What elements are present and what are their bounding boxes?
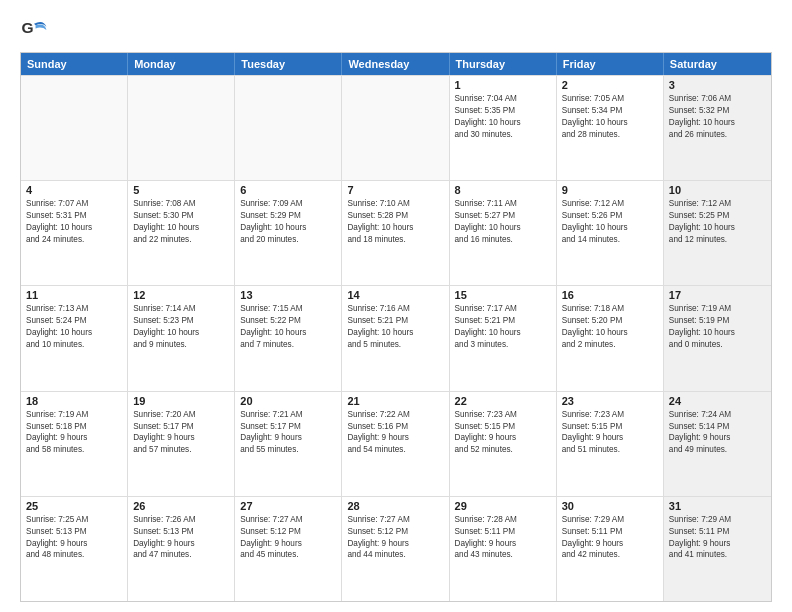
calendar-cell: 5Sunrise: 7:08 AMSunset: 5:30 PMDaylight… bbox=[128, 181, 235, 285]
calendar-week: 11Sunrise: 7:13 AMSunset: 5:24 PMDayligh… bbox=[21, 285, 771, 390]
cell-info: Sunrise: 7:16 AMSunset: 5:21 PMDaylight:… bbox=[347, 303, 443, 351]
calendar-cell: 8Sunrise: 7:11 AMSunset: 5:27 PMDaylight… bbox=[450, 181, 557, 285]
day-number: 2 bbox=[562, 79, 658, 91]
calendar-cell: 17Sunrise: 7:19 AMSunset: 5:19 PMDayligh… bbox=[664, 286, 771, 390]
calendar-cell: 30Sunrise: 7:29 AMSunset: 5:11 PMDayligh… bbox=[557, 497, 664, 601]
day-number: 12 bbox=[133, 289, 229, 301]
logo-icon: G bbox=[20, 16, 48, 44]
cell-info: Sunrise: 7:28 AMSunset: 5:11 PMDaylight:… bbox=[455, 514, 551, 562]
day-number: 20 bbox=[240, 395, 336, 407]
calendar-cell: 20Sunrise: 7:21 AMSunset: 5:17 PMDayligh… bbox=[235, 392, 342, 496]
day-number: 27 bbox=[240, 500, 336, 512]
calendar-cell bbox=[21, 76, 128, 180]
day-number: 5 bbox=[133, 184, 229, 196]
cell-info: Sunrise: 7:17 AMSunset: 5:21 PMDaylight:… bbox=[455, 303, 551, 351]
logo: G bbox=[20, 16, 52, 44]
cell-info: Sunrise: 7:24 AMSunset: 5:14 PMDaylight:… bbox=[669, 409, 766, 457]
calendar-week: 1Sunrise: 7:04 AMSunset: 5:35 PMDaylight… bbox=[21, 75, 771, 180]
calendar: SundayMondayTuesdayWednesdayThursdayFrid… bbox=[20, 52, 772, 602]
cell-info: Sunrise: 7:29 AMSunset: 5:11 PMDaylight:… bbox=[669, 514, 766, 562]
calendar-cell bbox=[342, 76, 449, 180]
calendar-cell: 6Sunrise: 7:09 AMSunset: 5:29 PMDaylight… bbox=[235, 181, 342, 285]
day-number: 31 bbox=[669, 500, 766, 512]
calendar-cell: 13Sunrise: 7:15 AMSunset: 5:22 PMDayligh… bbox=[235, 286, 342, 390]
cell-info: Sunrise: 7:07 AMSunset: 5:31 PMDaylight:… bbox=[26, 198, 122, 246]
day-number: 11 bbox=[26, 289, 122, 301]
day-number: 15 bbox=[455, 289, 551, 301]
cell-info: Sunrise: 7:15 AMSunset: 5:22 PMDaylight:… bbox=[240, 303, 336, 351]
calendar-header-cell: Monday bbox=[128, 53, 235, 75]
day-number: 30 bbox=[562, 500, 658, 512]
day-number: 26 bbox=[133, 500, 229, 512]
calendar-cell: 1Sunrise: 7:04 AMSunset: 5:35 PMDaylight… bbox=[450, 76, 557, 180]
calendar-cell bbox=[128, 76, 235, 180]
calendar-header-cell: Tuesday bbox=[235, 53, 342, 75]
calendar-cell: 14Sunrise: 7:16 AMSunset: 5:21 PMDayligh… bbox=[342, 286, 449, 390]
cell-info: Sunrise: 7:12 AMSunset: 5:25 PMDaylight:… bbox=[669, 198, 766, 246]
day-number: 28 bbox=[347, 500, 443, 512]
calendar-cell: 26Sunrise: 7:26 AMSunset: 5:13 PMDayligh… bbox=[128, 497, 235, 601]
calendar-cell: 4Sunrise: 7:07 AMSunset: 5:31 PMDaylight… bbox=[21, 181, 128, 285]
calendar-cell: 21Sunrise: 7:22 AMSunset: 5:16 PMDayligh… bbox=[342, 392, 449, 496]
calendar-body: 1Sunrise: 7:04 AMSunset: 5:35 PMDaylight… bbox=[21, 75, 771, 601]
calendar-week: 4Sunrise: 7:07 AMSunset: 5:31 PMDaylight… bbox=[21, 180, 771, 285]
cell-info: Sunrise: 7:20 AMSunset: 5:17 PMDaylight:… bbox=[133, 409, 229, 457]
cell-info: Sunrise: 7:06 AMSunset: 5:32 PMDaylight:… bbox=[669, 93, 766, 141]
cell-info: Sunrise: 7:21 AMSunset: 5:17 PMDaylight:… bbox=[240, 409, 336, 457]
day-number: 1 bbox=[455, 79, 551, 91]
cell-info: Sunrise: 7:22 AMSunset: 5:16 PMDaylight:… bbox=[347, 409, 443, 457]
calendar-cell: 19Sunrise: 7:20 AMSunset: 5:17 PMDayligh… bbox=[128, 392, 235, 496]
cell-info: Sunrise: 7:10 AMSunset: 5:28 PMDaylight:… bbox=[347, 198, 443, 246]
calendar-cell: 25Sunrise: 7:25 AMSunset: 5:13 PMDayligh… bbox=[21, 497, 128, 601]
calendar-cell: 3Sunrise: 7:06 AMSunset: 5:32 PMDaylight… bbox=[664, 76, 771, 180]
cell-info: Sunrise: 7:23 AMSunset: 5:15 PMDaylight:… bbox=[455, 409, 551, 457]
calendar-header-cell: Wednesday bbox=[342, 53, 449, 75]
day-number: 29 bbox=[455, 500, 551, 512]
page: G SundayMondayTuesdayWednesdayThursdayFr… bbox=[0, 0, 792, 612]
cell-info: Sunrise: 7:09 AMSunset: 5:29 PMDaylight:… bbox=[240, 198, 336, 246]
cell-info: Sunrise: 7:04 AMSunset: 5:35 PMDaylight:… bbox=[455, 93, 551, 141]
calendar-header-cell: Thursday bbox=[450, 53, 557, 75]
cell-info: Sunrise: 7:23 AMSunset: 5:15 PMDaylight:… bbox=[562, 409, 658, 457]
calendar-cell: 23Sunrise: 7:23 AMSunset: 5:15 PMDayligh… bbox=[557, 392, 664, 496]
cell-info: Sunrise: 7:12 AMSunset: 5:26 PMDaylight:… bbox=[562, 198, 658, 246]
cell-info: Sunrise: 7:25 AMSunset: 5:13 PMDaylight:… bbox=[26, 514, 122, 562]
day-number: 6 bbox=[240, 184, 336, 196]
day-number: 17 bbox=[669, 289, 766, 301]
day-number: 24 bbox=[669, 395, 766, 407]
header: G bbox=[20, 16, 772, 44]
day-number: 9 bbox=[562, 184, 658, 196]
day-number: 21 bbox=[347, 395, 443, 407]
cell-info: Sunrise: 7:13 AMSunset: 5:24 PMDaylight:… bbox=[26, 303, 122, 351]
cell-info: Sunrise: 7:27 AMSunset: 5:12 PMDaylight:… bbox=[347, 514, 443, 562]
calendar-header: SundayMondayTuesdayWednesdayThursdayFrid… bbox=[21, 53, 771, 75]
calendar-week: 18Sunrise: 7:19 AMSunset: 5:18 PMDayligh… bbox=[21, 391, 771, 496]
calendar-cell: 15Sunrise: 7:17 AMSunset: 5:21 PMDayligh… bbox=[450, 286, 557, 390]
day-number: 8 bbox=[455, 184, 551, 196]
calendar-header-cell: Friday bbox=[557, 53, 664, 75]
cell-info: Sunrise: 7:19 AMSunset: 5:19 PMDaylight:… bbox=[669, 303, 766, 351]
day-number: 13 bbox=[240, 289, 336, 301]
day-number: 25 bbox=[26, 500, 122, 512]
calendar-week: 25Sunrise: 7:25 AMSunset: 5:13 PMDayligh… bbox=[21, 496, 771, 601]
day-number: 10 bbox=[669, 184, 766, 196]
cell-info: Sunrise: 7:18 AMSunset: 5:20 PMDaylight:… bbox=[562, 303, 658, 351]
calendar-cell: 10Sunrise: 7:12 AMSunset: 5:25 PMDayligh… bbox=[664, 181, 771, 285]
calendar-header-cell: Saturday bbox=[664, 53, 771, 75]
calendar-cell: 2Sunrise: 7:05 AMSunset: 5:34 PMDaylight… bbox=[557, 76, 664, 180]
cell-info: Sunrise: 7:19 AMSunset: 5:18 PMDaylight:… bbox=[26, 409, 122, 457]
calendar-cell: 9Sunrise: 7:12 AMSunset: 5:26 PMDaylight… bbox=[557, 181, 664, 285]
cell-info: Sunrise: 7:11 AMSunset: 5:27 PMDaylight:… bbox=[455, 198, 551, 246]
calendar-header-cell: Sunday bbox=[21, 53, 128, 75]
day-number: 16 bbox=[562, 289, 658, 301]
day-number: 22 bbox=[455, 395, 551, 407]
day-number: 18 bbox=[26, 395, 122, 407]
calendar-cell: 11Sunrise: 7:13 AMSunset: 5:24 PMDayligh… bbox=[21, 286, 128, 390]
calendar-cell: 16Sunrise: 7:18 AMSunset: 5:20 PMDayligh… bbox=[557, 286, 664, 390]
cell-info: Sunrise: 7:08 AMSunset: 5:30 PMDaylight:… bbox=[133, 198, 229, 246]
cell-info: Sunrise: 7:26 AMSunset: 5:13 PMDaylight:… bbox=[133, 514, 229, 562]
calendar-cell: 29Sunrise: 7:28 AMSunset: 5:11 PMDayligh… bbox=[450, 497, 557, 601]
day-number: 3 bbox=[669, 79, 766, 91]
day-number: 19 bbox=[133, 395, 229, 407]
calendar-cell bbox=[235, 76, 342, 180]
